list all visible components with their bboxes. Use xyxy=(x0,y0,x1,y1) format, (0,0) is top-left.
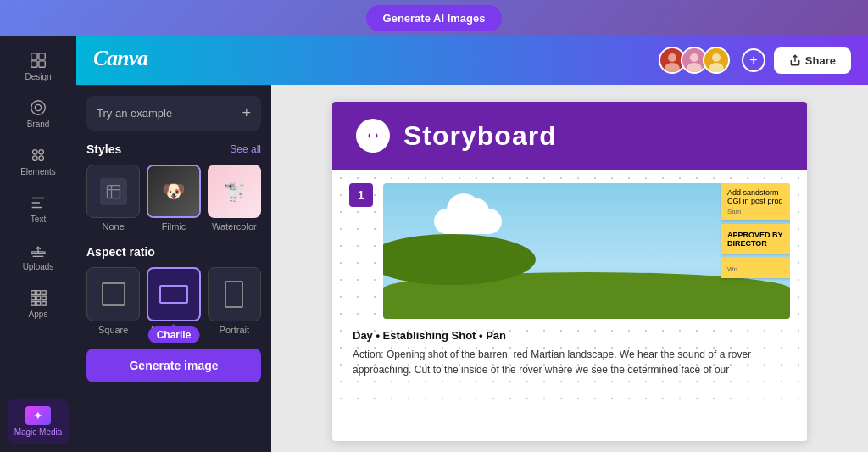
sidebar-item-design-label: Design xyxy=(25,72,51,81)
magic-media-icon: ✦ xyxy=(25,406,51,425)
aspect-square[interactable]: Square xyxy=(86,267,140,334)
aspect-landscape[interactable]: Charlie Landscape xyxy=(147,267,200,334)
aspect-landscape-box[interactable]: Charlie xyxy=(147,267,200,321)
aspect-portrait[interactable]: Portrait xyxy=(208,267,261,334)
aspect-ratio-grid: Square Charlie Landscape xyxy=(86,267,261,334)
svg-point-8 xyxy=(33,156,38,161)
sticky-note-text-1: Add sandstorm CGI in post prod xyxy=(727,188,790,205)
share-label: Share xyxy=(805,54,836,67)
svg-rect-13 xyxy=(42,291,47,295)
sidebar-item-apps[interactable]: Apps xyxy=(8,282,69,326)
svg-rect-19 xyxy=(42,302,47,306)
sidebar-item-apps-label: Apps xyxy=(29,310,48,319)
svg-rect-0 xyxy=(31,53,37,59)
plus-icon: + xyxy=(242,104,251,122)
top-bar: Generate AI Images xyxy=(0,0,868,36)
style-none-thumb xyxy=(86,165,140,218)
style-filmic-thumb: 🐶 xyxy=(147,165,200,218)
sidebar-item-uploads[interactable]: Uploads xyxy=(8,234,69,278)
svg-rect-2 xyxy=(31,61,37,67)
see-all-styles[interactable]: See all xyxy=(230,143,261,155)
scene-action-text: Action: Opening shot of the barren, red … xyxy=(353,347,787,377)
scene-number: 1 xyxy=(349,183,373,207)
sticky-note-wn: Wn xyxy=(721,258,790,278)
svg-text:Canva: Canva xyxy=(93,46,148,70)
aspect-square-box[interactable] xyxy=(86,267,140,321)
add-collaborator-button[interactable]: + xyxy=(742,48,765,72)
charlie-tooltip: Charlie xyxy=(148,326,200,343)
aspect-square-label: Square xyxy=(98,325,128,335)
canva-header: Canva xyxy=(76,36,868,85)
generate-image-button[interactable]: Generate image xyxy=(86,349,261,382)
sticky-note-approved: APPROVED BY DIRECTOR xyxy=(721,224,790,254)
try-example-bar[interactable]: Try an example + xyxy=(86,96,261,131)
style-none-label: None xyxy=(103,221,125,232)
style-watercolor[interactable]: 🐩 Watercolor xyxy=(208,165,261,232)
main-container: Design Brand Elements Text xyxy=(0,36,868,452)
sidebar-item-text-label: Text xyxy=(31,215,46,224)
aspect-portrait-box[interactable] xyxy=(208,267,261,321)
svg-rect-30 xyxy=(107,185,120,198)
svg-rect-17 xyxy=(31,302,36,306)
svg-point-32 xyxy=(370,131,376,142)
svg-point-7 xyxy=(39,150,43,155)
svg-point-9 xyxy=(39,156,43,161)
svg-rect-11 xyxy=(31,291,36,295)
svg-rect-3 xyxy=(39,61,45,67)
aspect-ratio-title: Aspect ratio xyxy=(86,245,155,259)
scene-container: 1 Add sandstorm CGI in post prod Sam xyxy=(349,183,790,319)
scene-image: Add sandstorm CGI in post prod Sam APPRO… xyxy=(383,183,790,319)
svg-point-5 xyxy=(35,104,41,110)
note-author-3: Wn xyxy=(727,265,790,273)
svg-point-22 xyxy=(668,53,676,62)
style-filmic-label: Filmic xyxy=(162,221,186,232)
svg-point-25 xyxy=(690,53,698,62)
avatar-group xyxy=(659,47,730,74)
sidebar-item-design[interactable]: Design xyxy=(8,44,69,88)
styles-title: Styles xyxy=(86,142,121,156)
sidebar-item-uploads-label: Uploads xyxy=(23,262,54,271)
canvas-header-bar: Storyboard xyxy=(332,102,807,170)
square-shape-icon xyxy=(102,282,125,306)
svg-rect-12 xyxy=(36,291,41,295)
portrait-shape-icon xyxy=(225,281,243,308)
svg-rect-18 xyxy=(36,302,41,306)
svg-rect-14 xyxy=(31,296,36,300)
canvas-logo-icon xyxy=(356,119,390,153)
aspect-portrait-label: Portrait xyxy=(220,325,249,335)
scene-shot-type: Day • Establishing Shot • Pan xyxy=(353,329,787,342)
canvas-body: 1 Add sandstorm CGI in post prod Sam xyxy=(332,170,807,401)
share-button[interactable]: Share xyxy=(774,47,851,74)
svg-rect-15 xyxy=(36,296,41,300)
sticky-note-text-2: APPROVED BY DIRECTOR xyxy=(727,231,790,248)
avatar-3 xyxy=(703,47,730,74)
scene-description: Day • Establishing Shot • Pan Action: Op… xyxy=(349,319,790,388)
svg-point-6 xyxy=(33,150,38,155)
sidebar-item-magic-media[interactable]: ✦ Magic Media xyxy=(8,399,69,444)
canvas-content: Storyboard 1 Add sandstorm C xyxy=(332,102,807,441)
style-none[interactable]: None xyxy=(86,165,140,232)
sidebar-item-elements[interactable]: Elements xyxy=(8,139,69,183)
style-watercolor-label: Watercolor xyxy=(212,221,257,232)
canvas-title: Storyboard xyxy=(403,120,557,152)
cloud-1 xyxy=(434,209,502,234)
header-right: + Share xyxy=(659,47,851,74)
canvas-area: Storyboard 1 Add sandstorm C xyxy=(271,85,868,452)
landscape-shape-icon xyxy=(159,285,188,304)
svg-rect-16 xyxy=(42,296,47,300)
note-author-1: Sam xyxy=(727,208,790,215)
sidebar-item-text[interactable]: Text xyxy=(8,187,69,231)
sidebar-item-brand[interactable]: Brand xyxy=(8,92,69,136)
generate-ai-button[interactable]: Generate AI Images xyxy=(366,5,503,31)
try-example-label: Try an example xyxy=(97,107,172,120)
sidebar-icons: Design Brand Elements Text xyxy=(0,36,76,452)
aspect-ratio-section: Aspect ratio Square Charlie xyxy=(86,245,261,334)
style-filmic[interactable]: 🐶 Filmic xyxy=(147,165,200,232)
styles-grid: None 🐶 Filmic 🐩 Watercolor xyxy=(86,165,261,232)
styles-header: Styles See all xyxy=(86,142,261,156)
style-watercolor-thumb: 🐩 xyxy=(208,165,261,218)
sticky-notes: Add sandstorm CGI in post prod Sam APPRO… xyxy=(721,183,790,278)
left-panel: Try an example + Styles See all None xyxy=(76,85,271,452)
svg-point-28 xyxy=(712,53,721,62)
svg-point-4 xyxy=(31,101,46,115)
